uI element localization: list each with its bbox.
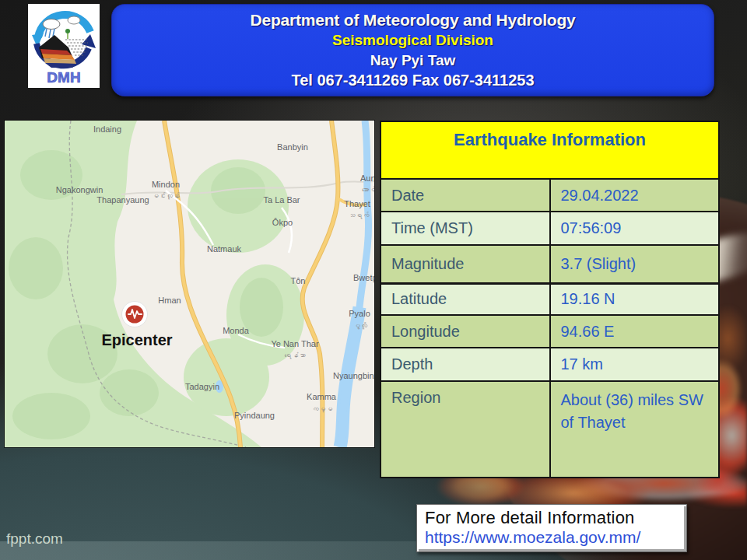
division-title: Seismological Division [332,32,493,49]
map-label-sub: ပွလို [353,322,367,330]
more-info-box: For More detail Information https://www.… [416,504,687,552]
fppt-watermark: fppt.com [6,530,63,548]
row-label-magnitude: Magnitude [381,245,550,283]
contact-numbers: Tel 067-3411269 Fax 067-3411253 [291,72,534,89]
table-row: Date 29.04.2022 [381,179,719,212]
row-label-longitude: Longitude [381,315,550,348]
map-label-sub: မင်းတုန်း [152,192,180,200]
row-label-date: Date [381,179,550,212]
row-value-region: About (36) miles SW of Thayet [550,381,720,478]
row-label-time: Time (MST) [381,212,550,245]
row-value-date: 29.04.2022 [550,179,720,212]
map-label: Thayet [344,199,370,208]
map-label: Ta La Bar [263,195,300,205]
map-label: Ôkpo [272,218,293,227]
epicenter-map: Indaing Banbyin Ngakongwin Mindon မင်းတု… [5,121,374,447]
header-banner: Department of Meteorology and Hydrology … [111,4,714,96]
map-label: Banbyin [277,142,308,152]
map-label: Tôn [291,276,306,285]
department-title: Department of Meteorology and Hydrology [250,11,575,30]
map-label: Ye Nan Thar [271,339,318,348]
moezala-link[interactable]: https://www.moezala.gov.mm/ [425,528,640,546]
dmh-logo-text: DMH [47,69,80,86]
table-row: Longitude 94.66 E [381,315,719,348]
table-row: Time (MST) 07:56:09 [381,212,719,245]
table-row: Latitude 19.16 N [381,283,719,315]
map-label: Kamma [307,392,337,401]
row-value-magnitude: 3.7 (Slight) [550,245,720,283]
map-label: Thapanyaung [96,195,149,205]
map-label-sub: ကမ္မ [312,405,333,413]
row-label-depth: Depth [381,348,550,381]
map-label-sub: အောင် [362,186,374,194]
table-title: Earthquake Information [381,121,719,179]
map-label: Pyindaung [234,411,275,420]
earthquake-info-table: Earthquake Information Date 29.04.2022 T… [380,121,720,478]
map-label: Nyaungbinze [333,371,374,380]
map-label: Monda [223,326,250,335]
map-label: Pyalo [349,309,370,318]
row-label-latitude: Latitude [381,283,550,315]
map-label-sub: ရေနံသာ [285,352,306,359]
row-value-longitude: 94.66 E [550,315,720,348]
dmh-logo-icon: DMH [28,4,100,88]
row-value-latitude: 19.16 N [550,283,720,315]
map-label: Bwetgy [353,273,374,282]
table-row: Magnitude 3.7 (Slight) [381,245,719,283]
map-label: Hman [158,296,181,305]
table-row: Depth 17 km [381,348,719,381]
map-label: Aun [360,173,374,183]
map-label: Tadagyin [185,382,219,391]
epicenter-label: Epicenter [101,331,172,348]
slide: DMH Department of Meteorology and Hydrol… [0,0,747,560]
table-row: Region About (36) miles SW of Thayet [381,381,719,478]
row-value-time: 07:56:09 [550,212,720,245]
dmh-logo: DMH [28,4,100,88]
map-label: Ngakongwin [56,185,103,194]
map-label: Natmauk [207,244,242,254]
map-label: Indaing [93,124,121,134]
more-info-title: For More detail Information [425,508,686,528]
row-label-region: Region [381,381,550,478]
epicenter-marker-icon [122,302,148,327]
map-label: Mindon [152,180,180,189]
city-name: Nay Pyi Taw [370,52,455,69]
map-label-sub: သရက် [349,212,370,219]
row-value-depth: 17 km [550,348,720,381]
